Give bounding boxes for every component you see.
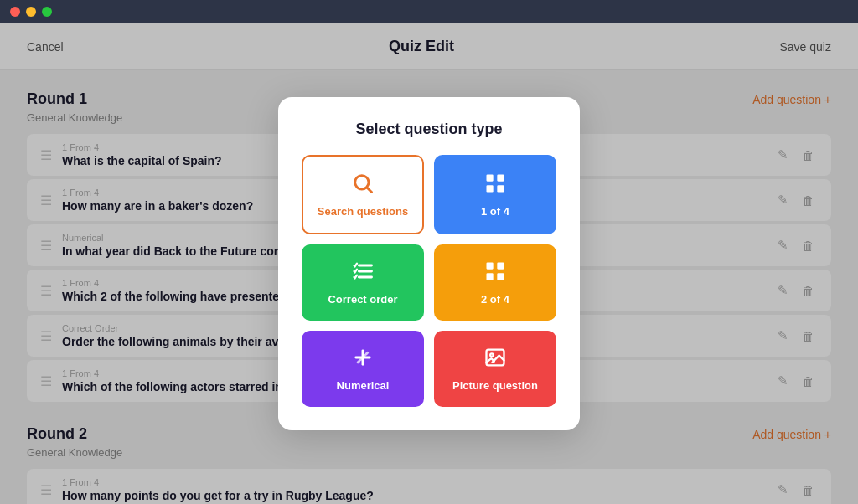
search-questions-label: Search questions [318,205,408,218]
traffic-light-red[interactable] [10,7,20,17]
svg-rect-4 [487,185,494,192]
question-type-grid: Search questions 1 of 4 [302,155,556,407]
traffic-light-yellow[interactable] [26,7,36,17]
search-questions-button[interactable]: Search questions [302,155,424,234]
1of4-button[interactable]: 1 of 4 [434,155,556,234]
traffic-light-green[interactable] [42,7,52,17]
numerical-icon [351,346,375,373]
svg-rect-11 [487,273,494,280]
numerical-label: Numerical [337,379,390,392]
svg-rect-2 [487,175,494,182]
1of4-label: 1 of 4 [481,205,509,218]
title-bar [0,0,858,23]
search-icon [351,172,375,198]
modal-overlay[interactable]: Select question type Search questions [0,23,858,504]
grid-icon [483,172,507,198]
svg-rect-12 [497,273,504,280]
numerical-button[interactable]: Numerical [302,331,424,407]
image-icon [483,346,507,373]
2of4-button[interactable]: 2 of 4 [434,244,556,321]
app: Cancel Quiz Edit Save quiz Round 1Add qu… [0,23,858,504]
correct-order-button[interactable]: Correct order [302,244,424,321]
select-question-type-modal: Select question type Search questions [278,97,580,430]
multi-grid-icon [483,260,507,286]
svg-rect-3 [497,175,504,182]
picture-question-label: Picture question [452,379,538,392]
correct-order-label: Correct order [328,293,397,306]
picture-question-button[interactable]: Picture question [434,331,556,407]
2of4-label: 2 of 4 [481,293,509,306]
svg-rect-9 [487,263,494,270]
svg-rect-5 [497,185,504,192]
svg-line-1 [367,188,371,192]
svg-rect-10 [497,263,504,270]
svg-point-17 [490,353,494,357]
list-icon [351,260,375,286]
modal-title: Select question type [302,121,556,138]
